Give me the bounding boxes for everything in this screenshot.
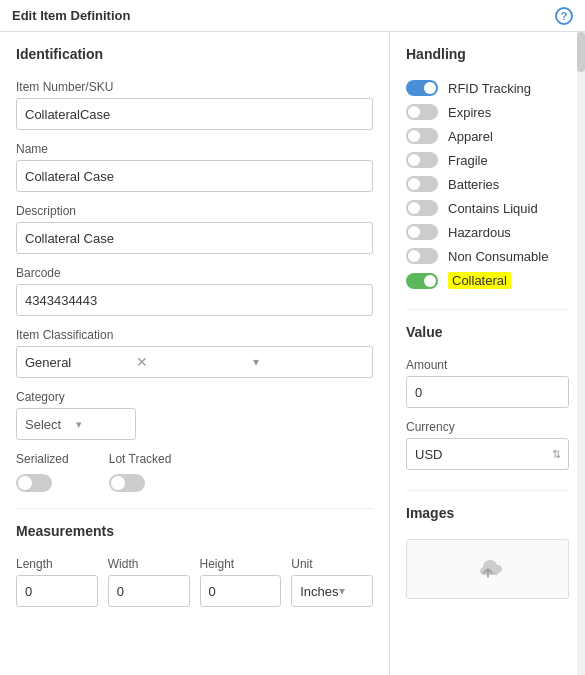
unit-value: Inches <box>300 584 338 599</box>
barcode-field-group: Barcode <box>16 266 373 316</box>
toggle-thumb <box>424 82 436 94</box>
fragile-toggle[interactable] <box>406 152 438 168</box>
toggle-thumb <box>408 202 420 214</box>
scrollbar-thumb[interactable] <box>577 32 585 72</box>
width-input[interactable] <box>108 575 190 607</box>
toggle-row: Serialized Lot Tracked <box>16 452 373 492</box>
page-header: Edit Item Definition ? <box>0 0 585 32</box>
toggle-thumb <box>408 226 420 238</box>
category-placeholder: Select <box>25 417 76 432</box>
handling-item-batteries: Batteries <box>406 176 569 192</box>
description-input[interactable] <box>16 222 373 254</box>
handling-item-non-consumable: Non Consumable <box>406 248 569 264</box>
batteries-label: Batteries <box>448 177 499 192</box>
item-classification-select[interactable]: General ✕ ▾ <box>16 346 373 378</box>
non-consumable-toggle[interactable] <box>406 248 438 264</box>
height-input[interactable] <box>200 575 282 607</box>
rfid-tracking-toggle[interactable] <box>406 80 438 96</box>
item-classification-label: Item Classification <box>16 328 373 342</box>
serialized-group: Serialized <box>16 452 69 492</box>
item-classification-value: General <box>25 355 136 370</box>
expires-toggle[interactable] <box>406 104 438 120</box>
item-classification-field-group: Item Classification General ✕ ▾ <box>16 328 373 378</box>
value-section-title: Value <box>406 324 569 344</box>
toggle-thumb <box>408 106 420 118</box>
fragile-label: Fragile <box>448 153 488 168</box>
handling-section: Handling RFID Tracking Expires A <box>406 46 569 289</box>
toggle-thumb <box>408 130 420 142</box>
length-label: Length <box>16 557 98 571</box>
category-select[interactable]: Select ▾ <box>16 408 136 440</box>
length-field-group: Length <box>16 557 98 607</box>
divider <box>406 490 569 491</box>
length-input[interactable] <box>16 575 98 607</box>
page-title: Edit Item Definition <box>12 8 130 23</box>
lot-tracked-toggle[interactable] <box>109 474 145 492</box>
measurements-section-title: Measurements <box>16 523 373 543</box>
barcode-label: Barcode <box>16 266 373 280</box>
hazardous-label: Hazardous <box>448 225 511 240</box>
images-section: Images <box>406 505 569 599</box>
height-label: Height <box>200 557 282 571</box>
contains-liquid-label: Contains Liquid <box>448 201 538 216</box>
lot-tracked-group: Lot Tracked <box>109 452 172 492</box>
toggle-thumb <box>408 154 420 166</box>
images-upload-box[interactable] <box>406 539 569 599</box>
apparel-toggle[interactable] <box>406 128 438 144</box>
amount-field-group: Amount <box>406 358 569 408</box>
handling-item-fragile: Fragile <box>406 152 569 168</box>
category-field-group: Category Select ▾ <box>16 390 373 440</box>
description-label: Description <box>16 204 373 218</box>
toggle-thumb <box>18 476 32 490</box>
serialized-toggle[interactable] <box>16 474 52 492</box>
divider <box>16 508 373 509</box>
toggle-thumb <box>111 476 125 490</box>
hazardous-toggle[interactable] <box>406 224 438 240</box>
contains-liquid-toggle[interactable] <box>406 200 438 216</box>
images-section-title: Images <box>406 505 569 525</box>
expires-label: Expires <box>448 105 491 120</box>
name-input[interactable] <box>16 160 373 192</box>
apparel-label: Apparel <box>448 129 493 144</box>
measurements-row: Length Width Height Unit Inches ▾ <box>16 557 373 619</box>
name-field-group: Name <box>16 142 373 192</box>
clear-classification-icon[interactable]: ✕ <box>136 354 247 370</box>
content-area: Identification Item Number/SKU Name Desc… <box>0 32 585 675</box>
chevron-down-icon: ▾ <box>339 584 364 598</box>
toggle-thumb <box>424 275 436 287</box>
amount-label: Amount <box>406 358 569 372</box>
chevron-down-icon: ▾ <box>76 418 127 431</box>
currency-select-wrapper: USD EUR GBP ⇅ <box>406 438 569 470</box>
collateral-label: Collateral <box>448 272 511 289</box>
collateral-toggle[interactable] <box>406 273 438 289</box>
help-icon[interactable]: ? <box>555 7 573 25</box>
handling-item-contains-liquid: Contains Liquid <box>406 200 569 216</box>
width-field-group: Width <box>108 557 190 607</box>
identification-section-title: Identification <box>16 46 373 66</box>
divider <box>406 309 569 310</box>
unit-select[interactable]: Inches ▾ <box>291 575 373 607</box>
item-number-input[interactable] <box>16 98 373 130</box>
handling-item-hazardous: Hazardous <box>406 224 569 240</box>
currency-field-group: Currency USD EUR GBP ⇅ <box>406 420 569 470</box>
handling-section-title: Handling <box>406 46 569 66</box>
handling-item-apparel: Apparel <box>406 128 569 144</box>
description-field-group: Description <box>16 204 373 254</box>
handling-item-rfid: RFID Tracking <box>406 80 569 96</box>
lot-tracked-label: Lot Tracked <box>109 452 172 466</box>
amount-input[interactable] <box>406 376 569 408</box>
width-label: Width <box>108 557 190 571</box>
handling-item-expires: Expires <box>406 104 569 120</box>
unit-field-group: Unit Inches ▾ <box>291 557 373 607</box>
item-number-label: Item Number/SKU <box>16 80 373 94</box>
chevron-down-icon: ▾ <box>253 355 364 369</box>
barcode-input[interactable] <box>16 284 373 316</box>
scrollbar-track[interactable] <box>577 32 585 675</box>
currency-select[interactable]: USD EUR GBP <box>406 438 569 470</box>
category-label: Category <box>16 390 373 404</box>
serialized-label: Serialized <box>16 452 69 466</box>
handling-item-collateral: Collateral <box>406 272 569 289</box>
name-label: Name <box>16 142 373 156</box>
batteries-toggle[interactable] <box>406 176 438 192</box>
measurements-section: Measurements Length Width Height Unit <box>16 508 373 619</box>
